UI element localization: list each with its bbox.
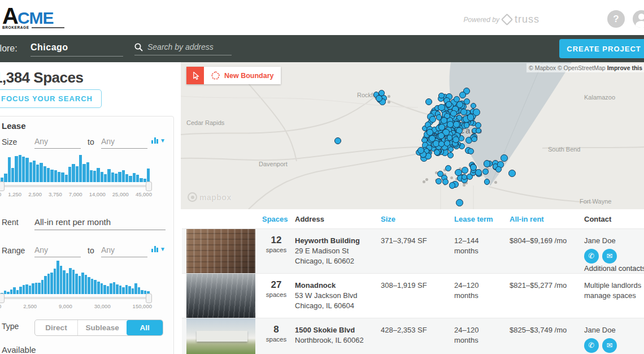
listing-marker[interactable] <box>438 104 445 111</box>
building-name[interactable]: Monadnock <box>295 280 377 291</box>
rent-label: Rent <box>2 218 19 227</box>
listing-marker[interactable] <box>378 90 385 96</box>
improve-map-link[interactable]: Improve this map <box>607 64 644 71</box>
phone-icon[interactable]: ✆ <box>584 338 599 353</box>
listing-marker[interactable] <box>453 121 460 128</box>
size-cell: 371–3,794 SF <box>381 236 449 246</box>
rent-type-select[interactable]: All-in rent per month <box>34 217 166 230</box>
additional-contacts-link[interactable]: Additional contacts <box>584 264 644 273</box>
table-row-skokie[interactable]: 8 spaces 1500 Skokie Blvd Northbrook, IL… <box>182 318 644 354</box>
polygon-icon <box>211 71 220 80</box>
mapbox-icon <box>188 192 197 202</box>
listing-marker[interactable] <box>438 124 445 131</box>
type-option-sublease[interactable]: Sublease <box>78 320 127 335</box>
listing-marker[interactable] <box>447 152 454 158</box>
map-label: South Bend <box>548 146 581 153</box>
listing-marker[interactable] <box>445 165 451 171</box>
size-min-input[interactable]: Any <box>34 137 81 149</box>
listing-marker[interactable] <box>429 116 436 123</box>
size-max-input[interactable]: Any <box>101 137 147 149</box>
account-button[interactable] <box>633 10 644 28</box>
table-row-monadnock[interactable]: 27 spaces Monadnock 53 W Jackson Blvd Ch… <box>182 273 644 318</box>
building-name[interactable]: 1500 Skokie Blvd <box>295 325 377 335</box>
listing-photo[interactable] <box>186 229 255 274</box>
address-search-input[interactable]: Search by address <box>134 42 232 55</box>
search-icon <box>134 43 143 51</box>
listing-marker[interactable] <box>438 93 444 98</box>
size-histogram-toggle[interactable]: ▼ <box>151 137 166 144</box>
mapbox-logo[interactable]: mapbox <box>188 192 232 202</box>
listing-marker[interactable] <box>438 141 445 147</box>
listing-marker[interactable] <box>482 169 489 175</box>
create-project-button[interactable]: CREATE PROJECT <box>559 39 644 58</box>
listing-marker[interactable] <box>456 101 463 108</box>
column-header-contact: Contact <box>584 215 611 223</box>
listing-marker[interactable] <box>460 109 467 115</box>
listing-marker[interactable] <box>449 182 455 188</box>
email-icon[interactable]: ✉ <box>602 249 617 264</box>
rent-histogram[interactable] <box>1 259 150 294</box>
listing-marker[interactable] <box>471 136 477 142</box>
column-header-spaces[interactable]: Spaces <box>262 215 288 223</box>
map-label: Kalamazoo <box>584 94 615 101</box>
listing-marker[interactable] <box>455 169 462 176</box>
slider-handle-min[interactable] <box>0 182 5 191</box>
listing-marker[interactable] <box>442 179 449 185</box>
slider-handle-min[interactable] <box>0 293 5 303</box>
contact-cell: Multiple landlords manage spaces <box>584 280 644 301</box>
listing-marker[interactable] <box>446 101 452 107</box>
listing-marker[interactable] <box>425 98 432 105</box>
range-max-input[interactable]: Any <box>101 245 147 257</box>
size-histogram[interactable] <box>1 150 150 182</box>
range-min-input[interactable]: Any <box>34 245 81 257</box>
bar-chart-icon <box>151 137 158 144</box>
column-header-all-in-rent[interactable]: All-in rent <box>510 215 544 223</box>
address-cell: 1500 Skokie Blvd Northbrook, IL 60062 <box>295 325 377 346</box>
range-label: Range <box>2 246 25 255</box>
rent-range-slider[interactable] <box>1 297 150 299</box>
city-input[interactable]: Chicago <box>31 42 123 57</box>
column-header-lease-term[interactable]: Lease term <box>454 215 493 223</box>
listing-marker[interactable] <box>462 167 468 173</box>
type-option-direct[interactable]: Direct <box>35 320 78 335</box>
map-label: Davenport <box>259 161 288 167</box>
listing-marker[interactable] <box>473 109 480 116</box>
table-row-heyworth[interactable]: 12 spaces Heyworth Building 29 E Madison… <box>182 228 644 274</box>
listing-marker[interactable] <box>501 154 508 162</box>
listing-marker[interactable] <box>464 122 469 128</box>
listing-photo[interactable] <box>186 274 255 318</box>
help-button[interactable]: ? <box>607 10 625 28</box>
type-option-all-selected[interactable]: All <box>127 320 163 335</box>
listing-photo[interactable] <box>186 318 255 354</box>
map-base-layer <box>181 62 644 209</box>
listing-marker[interactable] <box>447 135 453 141</box>
listing-marker[interactable] <box>456 199 463 206</box>
rent-cell: $821–$5,277 /mo <box>510 280 580 291</box>
type-label: Type <box>2 322 19 331</box>
filters-sidebar: 1,384 Spaces FOCUS YOUR SEARCH Lease Siz… <box>0 62 181 354</box>
listing-marker[interactable] <box>470 164 477 171</box>
spaces-cell: 12 spaces <box>260 236 293 255</box>
listing-marker[interactable] <box>459 92 466 98</box>
range-histogram-toggle[interactable]: ▼ <box>151 246 166 252</box>
focus-your-search-button[interactable]: FOCUS YOUR SEARCH <box>0 89 102 108</box>
range-filter-row: Range Any to Any ▼ <box>2 245 166 258</box>
select-cursor-tool[interactable] <box>186 67 204 84</box>
listing-marker[interactable] <box>508 170 516 177</box>
email-icon[interactable]: ✉ <box>602 338 617 353</box>
slider-handle-max[interactable] <box>146 182 152 191</box>
column-header-size[interactable]: Size <box>381 215 395 223</box>
rent-cell: $804–$9,169 /mo <box>510 236 580 246</box>
listing-marker[interactable] <box>484 160 491 167</box>
new-boundary-button[interactable]: New Boundary <box>204 67 281 84</box>
size-range-slider[interactable] <box>1 185 150 187</box>
acme-logo[interactable]: ACME BROKERAGE <box>2 5 64 30</box>
phone-icon[interactable]: ✆ <box>584 249 599 264</box>
map-canvas[interactable]: DubuqueCedar RapidsDavenportRockfordtonK… <box>181 62 644 209</box>
slider-handle-max[interactable] <box>146 293 152 303</box>
listing-marker[interactable] <box>427 129 433 135</box>
rent-filter-row: Rent All-in rent per month <box>2 217 166 227</box>
building-name[interactable]: Heyworth Building <box>295 236 377 246</box>
size-axis-ticks: 01,2502,5003,7507,00014,00025,00045,000 <box>0 191 152 197</box>
listing-marker[interactable] <box>450 110 457 117</box>
